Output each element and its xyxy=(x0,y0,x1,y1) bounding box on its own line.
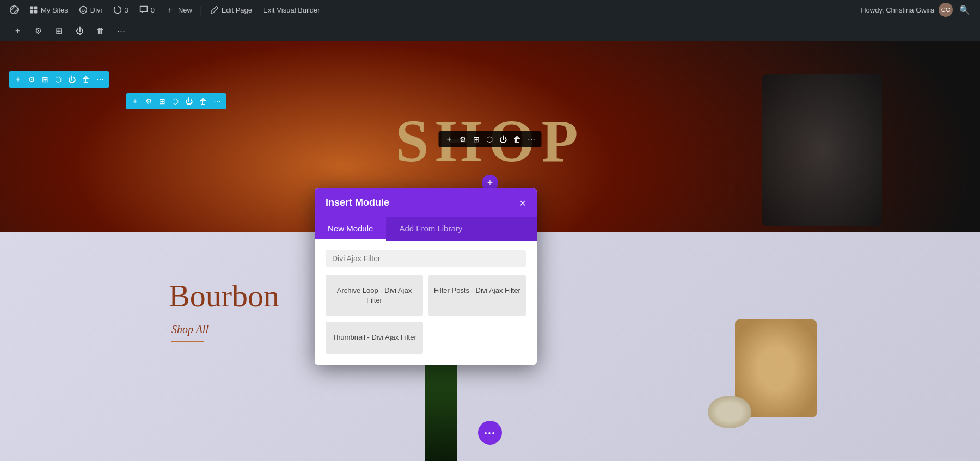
module-toggle-icon[interactable]: ⏻ xyxy=(499,135,507,144)
module-item-thumbnail[interactable]: Thumbnail - Divi Ajax Filter xyxy=(326,322,423,353)
module-col-icon[interactable]: ⬡ xyxy=(486,135,493,144)
row-more-icon[interactable]: ⋯ xyxy=(213,97,221,106)
modal-title: Insert Module xyxy=(326,197,389,208)
modal-close-btn[interactable]: × xyxy=(519,198,526,208)
vb-layout-btn[interactable]: ⊞ xyxy=(50,22,68,40)
section-toolbar: ＋ ⚙ ⊞ ⬡ ⏻ 🗑 ⋯ xyxy=(9,71,109,88)
insert-module-modal: Insert Module × New Module Add From Libr… xyxy=(315,188,537,365)
comments-count: 0 xyxy=(151,6,155,14)
row-col-icon[interactable]: ⬡ xyxy=(172,97,179,106)
module-item-archive-loop[interactable]: Archive Loop - Divi Ajax Filter xyxy=(326,275,423,316)
svg-rect-2 xyxy=(34,7,38,10)
svg-rect-1 xyxy=(30,7,34,10)
module-item-filter-posts[interactable]: Filter Posts - Divi Ajax Filter xyxy=(428,275,526,316)
modal-header: Insert Module × xyxy=(315,188,537,217)
exit-vb-label: Exit Visual Builder xyxy=(263,6,320,14)
tab-new-module[interactable]: New Module xyxy=(315,217,386,241)
edit-page-btn[interactable]: Edit Page xyxy=(206,0,256,20)
howdy-text: Howdy, Christina Gwira xyxy=(861,6,934,14)
new-menu[interactable]: ＋ New xyxy=(161,0,197,20)
admin-bar-right: Howdy, Christina Gwira CG 🔍 xyxy=(861,3,975,17)
vb-more-btn[interactable]: ⋯ xyxy=(112,22,130,40)
three-dots-btn[interactable]: ●●● xyxy=(478,421,502,445)
vb-toolbar: ＋ ⚙ ⊞ ⏻ 🗑 ⋯ xyxy=(0,20,980,41)
row-toggle-icon[interactable]: ⏻ xyxy=(185,97,193,106)
section-more-icon[interactable]: ⋯ xyxy=(96,75,104,84)
admin-bar: My Sites D Divi 3 0 ＋ New | Edit Page Ex… xyxy=(0,0,980,20)
row-add-icon[interactable]: ＋ xyxy=(131,96,139,106)
three-dots-icon: ●●● xyxy=(485,431,496,435)
section-settings-icon[interactable]: ⚙ xyxy=(28,75,35,84)
edit-page-label: Edit Page xyxy=(222,6,252,14)
vb-add-btn[interactable]: ＋ xyxy=(9,22,26,40)
bourbon-text: Bourbon xyxy=(169,278,279,314)
module-search-input[interactable] xyxy=(326,250,526,267)
svg-rect-3 xyxy=(30,10,34,14)
module-toolbar: ＋ ⚙ ⊞ ⬡ ⏻ 🗑 ⋯ xyxy=(439,131,542,147)
modal-tabs: New Module Add From Library xyxy=(315,217,537,241)
row-delete-icon[interactable]: 🗑 xyxy=(199,97,207,106)
vb-toggle-btn[interactable]: ⏻ xyxy=(71,22,88,40)
row-toolbar: ＋ ⚙ ⊞ ⬡ ⏻ 🗑 ⋯ xyxy=(126,93,226,109)
modal-body: Archive Loop - Divi Ajax Filter Filter P… xyxy=(315,241,537,365)
exit-vb-btn[interactable]: Exit Visual Builder xyxy=(259,0,324,20)
nuts-bowl xyxy=(708,396,751,428)
admin-search-icon[interactable]: 🔍 xyxy=(955,5,975,15)
svg-text:D: D xyxy=(82,8,85,13)
module-grid: Archive Loop - Divi Ajax Filter Filter P… xyxy=(326,275,526,354)
comments-menu[interactable]: 0 xyxy=(135,0,159,20)
updates-menu[interactable]: 3 xyxy=(109,0,133,20)
section-col-icon[interactable]: ⬡ xyxy=(55,75,62,84)
module-delete-icon[interactable]: 🗑 xyxy=(513,135,521,144)
page-content: ＋ ⚙ ⊞ ⬡ ⏻ 🗑 ⋯ SHOP ＋ ⚙ ⊞ ⬡ ⏻ 🗑 ⋯ ＋ ⚙ ⊞ ⬡… xyxy=(0,41,980,461)
divi-menu[interactable]: D Divi xyxy=(75,0,107,20)
my-sites-menu[interactable]: My Sites xyxy=(25,0,72,20)
divider-1: | xyxy=(199,4,204,16)
section-toggle-icon[interactable]: ⏻ xyxy=(68,75,76,84)
wp-logo[interactable] xyxy=(5,0,23,20)
row-layout-icon[interactable]: ⊞ xyxy=(159,97,166,106)
new-label: New xyxy=(178,6,192,14)
vb-settings-btn[interactable]: ⚙ xyxy=(29,22,47,40)
my-sites-label: My Sites xyxy=(41,6,68,14)
svg-rect-4 xyxy=(34,10,38,14)
tab-add-from-library[interactable]: Add From Library xyxy=(386,217,475,241)
section-delete-icon[interactable]: 🗑 xyxy=(82,75,90,84)
avatar[interactable]: CG xyxy=(939,3,953,17)
section-layout-icon[interactable]: ⊞ xyxy=(42,75,48,84)
module-more-icon[interactable]: ⋯ xyxy=(528,135,535,144)
divi-label: Divi xyxy=(90,6,102,14)
row-settings-icon[interactable]: ⚙ xyxy=(145,97,152,106)
module-settings-icon[interactable]: ⚙ xyxy=(460,135,467,144)
section-add-icon[interactable]: ＋ xyxy=(14,75,22,84)
module-add-icon[interactable]: ＋ xyxy=(445,134,453,144)
shop-all-text: Shop All xyxy=(171,323,209,336)
updates-count: 3 xyxy=(125,6,128,14)
vb-delete-btn[interactable]: 🗑 xyxy=(91,22,109,40)
module-layout-icon[interactable]: ⊞ xyxy=(473,135,480,144)
shop-all-underline xyxy=(171,341,204,342)
